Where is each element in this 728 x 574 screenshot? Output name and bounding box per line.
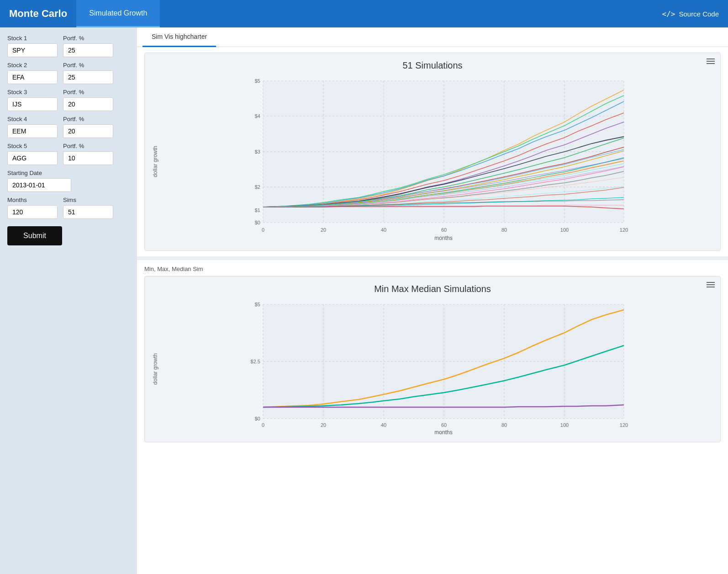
portf1-group: Portf. % (63, 35, 113, 57)
svg-text:100: 100 (560, 227, 569, 233)
chart1-container: 51 Simulations dollar growth (144, 53, 721, 251)
chart2-y-label: dollar growth (152, 353, 158, 385)
svg-text:80: 80 (501, 422, 507, 428)
portf1-label: Portf. % (63, 35, 113, 42)
months-sims-row: Months Sims (7, 197, 130, 219)
stock1-row: Stock 1 Portf. % (7, 35, 130, 57)
svg-text:$2: $2 (255, 184, 260, 190)
svg-text:100: 100 (560, 422, 569, 428)
portf4-group: Portf. % (63, 116, 113, 138)
portf4-label: Portf. % (63, 116, 113, 122)
sidebar: Stock 1 Portf. % Stock 2 Portf. % Stock … (0, 27, 137, 574)
hamburger-line6 (707, 287, 715, 287)
portf2-input[interactable] (63, 70, 113, 84)
brand-title: Monte Carlo (9, 8, 76, 20)
header-active-tab[interactable]: Simulated Growth (76, 0, 160, 27)
svg-text:20: 20 (321, 422, 326, 428)
svg-text:40: 40 (381, 422, 386, 428)
chart1-title: 51 Simulations (152, 60, 713, 71)
source-code-label: Source Code (679, 10, 719, 18)
stock3-input[interactable] (7, 97, 58, 111)
stock4-input[interactable] (7, 124, 58, 138)
stock4-label: Stock 4 (7, 116, 58, 122)
svg-text:$5: $5 (255, 78, 260, 84)
stock4-row: Stock 4 Portf. % (7, 116, 130, 138)
svg-text:0: 0 (262, 227, 264, 233)
starting-date-label: Starting Date (7, 170, 130, 176)
months-label: Months (7, 197, 58, 203)
starting-date-input[interactable] (7, 178, 71, 192)
chart1-wrapper: dollar growth (152, 76, 713, 247)
portf2-label: Portf. % (63, 62, 113, 69)
svg-text:$3: $3 (255, 149, 260, 154)
header: Monte Carlo Simulated Growth </> Source … (0, 0, 728, 27)
tab-sim-vis[interactable]: Sim Vis highcharter (142, 27, 216, 47)
stock5-group: Stock 5 (7, 143, 58, 165)
hamburger-line2 (707, 61, 715, 62)
portf1-input[interactable] (63, 43, 113, 57)
chart2-menu-button[interactable] (707, 282, 715, 287)
submit-button[interactable]: Submit (7, 226, 62, 245)
svg-text:months: months (434, 429, 452, 436)
hamburger-line4 (707, 282, 715, 283)
svg-text:$0: $0 (255, 220, 260, 225)
stock1-label: Stock 1 (7, 35, 58, 42)
chart1-inner: $5 $4 $3 $2 $1 $0 0 20 40 60 80 (160, 76, 713, 247)
portf5-input[interactable] (63, 151, 113, 165)
chart2-wrapper: dollar growth (152, 300, 713, 438)
chart1-svg: $5 $4 $3 $2 $1 $0 0 20 40 60 80 (160, 76, 713, 245)
stock5-row: Stock 5 Portf. % (7, 143, 130, 165)
svg-text:0: 0 (262, 422, 264, 428)
stock2-row: Stock 2 Portf. % (7, 62, 130, 84)
svg-text:$5: $5 (255, 302, 260, 307)
portf4-input[interactable] (63, 124, 113, 138)
svg-text:120: 120 (620, 422, 628, 428)
stock3-label: Stock 3 (7, 89, 58, 96)
chart2-svg: $5 $2.5 $0 0 20 40 60 80 100 120 months (160, 300, 713, 437)
chart2-container: Min Max Median Simulations dollar growth (144, 276, 721, 442)
chart2-inner: $5 $2.5 $0 0 20 40 60 80 100 120 months (160, 300, 713, 438)
section-divider (137, 256, 728, 260)
svg-text:$2.5: $2.5 (251, 359, 260, 364)
stock3-group: Stock 3 (7, 89, 58, 111)
svg-text:120: 120 (620, 227, 628, 233)
code-icon: </> (662, 10, 675, 18)
portf5-group: Portf. % (63, 143, 113, 165)
svg-text:20: 20 (321, 227, 326, 233)
svg-text:60: 60 (441, 422, 447, 428)
chart1-section: 51 Simulations dollar growth (137, 47, 728, 256)
portf3-input[interactable] (63, 97, 113, 111)
starting-date-group: Starting Date (7, 170, 130, 192)
hamburger-line5 (707, 284, 715, 285)
svg-text:80: 80 (501, 227, 507, 233)
svg-text:40: 40 (381, 227, 386, 233)
svg-text:$1: $1 (255, 207, 260, 213)
sims-group: Sims (63, 197, 113, 219)
portf3-label: Portf. % (63, 89, 113, 96)
chart1-menu-button[interactable] (707, 58, 715, 64)
stock4-group: Stock 4 (7, 116, 58, 138)
chart1-y-label: dollar growth (152, 146, 158, 177)
months-input[interactable] (7, 205, 58, 219)
main-layout: Stock 1 Portf. % Stock 2 Portf. % Stock … (0, 27, 728, 574)
chart2-section: Min, Max, Median Sim Min Max Median Simu… (137, 260, 728, 448)
stock2-group: Stock 2 (7, 62, 58, 84)
stock2-input[interactable] (7, 70, 58, 84)
hamburger-line1 (707, 58, 715, 59)
sims-input[interactable] (63, 205, 113, 219)
svg-text:60: 60 (441, 227, 447, 233)
stock1-group: Stock 1 (7, 35, 58, 57)
hamburger-line3 (707, 63, 715, 64)
stock3-row: Stock 3 Portf. % (7, 89, 130, 111)
chart2-label: Min, Max, Median Sim (144, 266, 721, 272)
portf2-group: Portf. % (63, 62, 113, 84)
chart2-title: Min Max Median Simulations (152, 284, 713, 294)
stock5-label: Stock 5 (7, 143, 58, 149)
tab-bar: Sim Vis highcharter (137, 27, 728, 47)
stock5-input[interactable] (7, 151, 58, 165)
stock1-input[interactable] (7, 43, 58, 57)
source-code-link[interactable]: </> Source Code (662, 10, 719, 18)
content-area: Sim Vis highcharter 51 Simulations dolla… (137, 27, 728, 574)
sims-label: Sims (63, 197, 113, 203)
svg-text:$4: $4 (255, 113, 260, 119)
